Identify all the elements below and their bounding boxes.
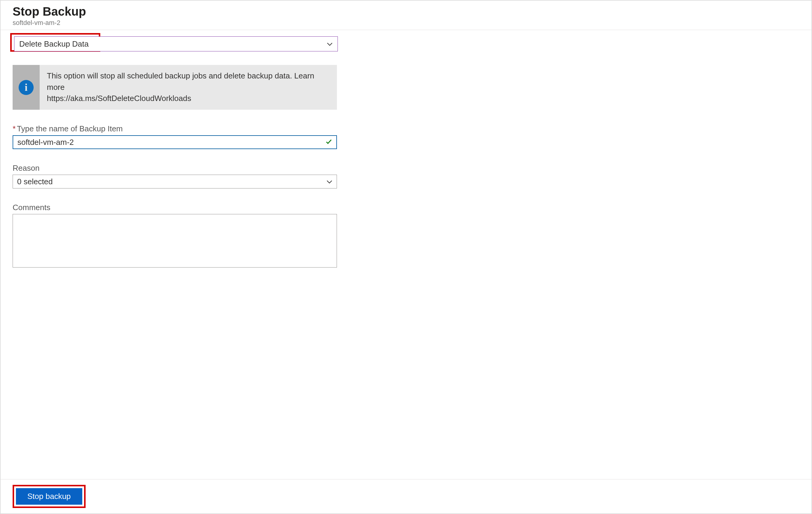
- chevron-down-icon: [326, 179, 332, 185]
- required-asterisk: *: [12, 124, 16, 133]
- field-comments: Comments: [12, 203, 343, 270]
- highlight-action-dropdown: Delete Backup Data: [10, 33, 100, 52]
- info-icon: i: [19, 80, 34, 95]
- name-label-text: Type the name of Backup Item: [17, 124, 123, 133]
- highlight-submit-button: Stop backup: [12, 485, 86, 508]
- stop-backup-button[interactable]: Stop backup: [16, 488, 82, 505]
- info-line2: https://aka.ms/SoftDeleteCloudWorkloads: [47, 94, 191, 103]
- info-icon-cell: i: [12, 65, 40, 110]
- backup-action-dropdown[interactable]: Delete Backup Data: [14, 36, 338, 51]
- blade-footer: Stop backup: [1, 479, 811, 513]
- comments-label: Comments: [12, 203, 343, 212]
- backup-item-name-input[interactable]: softdel-vm-am-2: [12, 135, 337, 149]
- field-backup-item-name: *Type the name of Backup Item softdel-vm…: [12, 124, 343, 149]
- field-reason: Reason 0 selected: [12, 164, 343, 188]
- reason-selected-value: 0 selected: [17, 177, 53, 186]
- info-text: This option will stop all scheduled back…: [40, 65, 337, 110]
- chevron-down-icon: [327, 41, 333, 47]
- name-field-label: *Type the name of Backup Item: [12, 124, 343, 133]
- reason-label: Reason: [12, 164, 343, 173]
- reason-dropdown[interactable]: 0 selected: [12, 174, 337, 188]
- comments-textarea[interactable]: [12, 214, 337, 268]
- blade-header: Stop Backup softdel-vm-am-2: [1, 1, 811, 30]
- page-title: Stop Backup: [12, 5, 800, 18]
- form-content: Delete Backup Data i This option will st…: [1, 30, 355, 276]
- info-line1: This option will stop all scheduled back…: [47, 71, 314, 92]
- backup-action-selected: Delete Backup Data: [19, 39, 89, 49]
- checkmark-icon: [325, 137, 332, 147]
- backup-item-name-value: softdel-vm-am-2: [18, 138, 74, 147]
- page-subtitle: softdel-vm-am-2: [12, 19, 800, 27]
- info-message: i This option will stop all scheduled ba…: [12, 65, 337, 110]
